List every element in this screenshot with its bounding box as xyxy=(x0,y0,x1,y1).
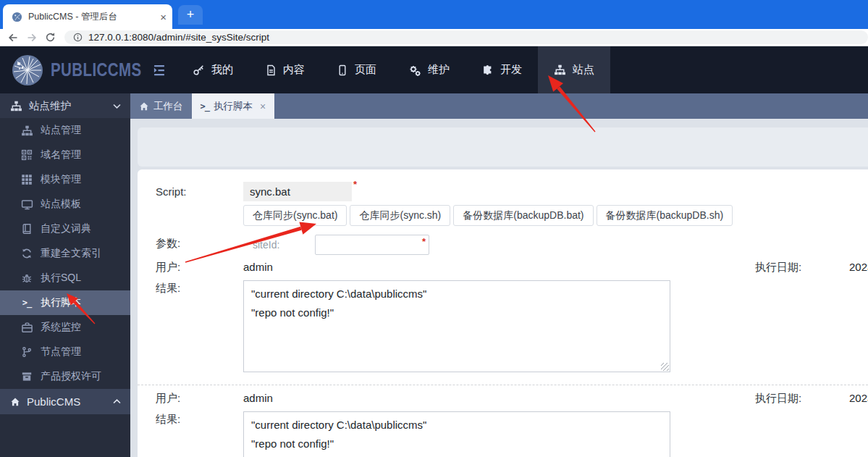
browser-toolbar: 127.0.0.1:8080/admin/#site_sysSite/scrip… xyxy=(0,29,868,46)
sidebar-item-系统监控[interactable]: 系统监控 xyxy=(0,315,130,340)
sidebar-item-label: 域名管理 xyxy=(41,148,81,162)
script-button-2[interactable]: 仓库同步(sync.sh) xyxy=(350,205,450,226)
browser-tabstrip: PublicCMS - 管理后台 × + xyxy=(0,0,868,29)
sidebar-item-label: 产品授权许可 xyxy=(41,370,101,383)
sidebar-item-label: 模块管理 xyxy=(41,173,81,186)
record-divider xyxy=(138,385,868,385)
exec-date-label: 执行日期: xyxy=(755,261,801,274)
refresh-icon xyxy=(20,248,33,259)
exec-date-value: 2023- xyxy=(849,392,868,404)
workspace-tab-执行脚本[interactable]: >_执行脚本× xyxy=(192,93,275,119)
topnav-item-内容[interactable]: 内容 xyxy=(249,46,321,93)
topnav-item-站点[interactable]: 站点 xyxy=(538,46,610,93)
sidebar-item-重建全文索引[interactable]: 重建全文索引 xyxy=(0,241,130,266)
back-icon[interactable] xyxy=(7,32,19,43)
sidebar-footer-label: PublicCMS xyxy=(27,395,80,408)
topnav-item-维护[interactable]: 维护 xyxy=(392,46,465,93)
app-topnav: PUBLICCMS 我的内容页面维护开发站点 xyxy=(0,46,868,93)
brand-wordmark: PUBLICCMS xyxy=(51,59,142,80)
script-shortcut-buttons: 仓库同步(sync.bat)仓库同步(sync.sh)备份数据库(backupD… xyxy=(243,205,733,226)
sidebar-item-产品授权许可[interactable]: 产品授权许可 xyxy=(0,364,130,389)
sidebar-section-label: 站点维护 xyxy=(29,99,71,113)
sidebar-section-publiccms[interactable]: PublicCMS xyxy=(0,389,130,414)
user-label: 用户: xyxy=(156,392,180,406)
sidebar-item-站点模板[interactable]: 站点模板 xyxy=(0,192,130,217)
home-icon xyxy=(139,101,149,112)
publiccms-logo-icon xyxy=(12,54,43,86)
sidebar-item-label: 系统监控 xyxy=(41,321,81,334)
sidebar-item-执行SQL[interactable]: 执行SQL xyxy=(0,266,130,290)
topnav-item-label: 我的 xyxy=(211,63,233,77)
sidebar-item-站点管理[interactable]: 站点管理 xyxy=(0,118,130,143)
exec-date-label: 执行日期: xyxy=(755,392,801,406)
brand: PUBLICCMS xyxy=(0,46,142,93)
puzzle-icon xyxy=(481,64,494,76)
result-textarea[interactable] xyxy=(243,280,670,372)
forward-icon[interactable] xyxy=(26,32,38,43)
topnav-item-开发[interactable]: 开发 xyxy=(465,46,538,93)
sidebar-item-执行脚本[interactable]: >_执行脚本 xyxy=(0,290,130,315)
workspace-tab-label: 执行脚本 xyxy=(214,100,253,113)
tab-close-icon[interactable]: × xyxy=(260,101,266,112)
sitemap-icon xyxy=(10,100,22,112)
browser-tab-title: PublicCMS - 管理后台 xyxy=(28,11,154,23)
browser-tab[interactable]: PublicCMS - 管理后台 × xyxy=(3,4,172,29)
workspace-tab-label: 工作台 xyxy=(153,100,183,113)
topnav-item-label: 维护 xyxy=(428,63,450,77)
script-required-mark: * xyxy=(353,179,357,190)
textarea-resize-grip[interactable] xyxy=(661,363,669,371)
sidebar-item-label: 执行脚本 xyxy=(41,296,81,309)
sitemap-icon xyxy=(554,64,566,76)
sidebar-item-label: 执行SQL xyxy=(41,272,81,285)
qrcode-icon xyxy=(20,149,33,161)
sitemap-icon xyxy=(20,125,33,137)
tablet-icon xyxy=(337,64,348,76)
sidebar-section-site-maintenance[interactable]: 站点维护 xyxy=(0,93,130,118)
sidebar-item-自定义词典[interactable]: 自定义词典 xyxy=(0,217,130,241)
sidebar-item-label: 重建全文索引 xyxy=(41,247,101,260)
topnav-item-label: 内容 xyxy=(283,63,305,77)
exec-date-value: 2023- xyxy=(849,261,868,273)
siteid-input[interactable] xyxy=(315,235,429,255)
params-label: 参数: xyxy=(156,237,180,251)
sidebar-item-域名管理[interactable]: 域名管理 xyxy=(0,143,130,167)
script-label: Script: xyxy=(156,185,187,198)
workspace-tab-工作台[interactable]: 工作台 xyxy=(130,93,192,119)
branch-icon xyxy=(20,346,33,358)
result-textarea[interactable] xyxy=(243,411,670,457)
home-icon xyxy=(10,397,20,407)
siteid-label: siteId: xyxy=(253,239,279,251)
sidebar: 站点维护 站点管理域名管理模块管理站点模板自定义词典重建全文索引执行SQL>_执… xyxy=(0,93,130,457)
info-icon[interactable] xyxy=(73,33,83,42)
archive-icon xyxy=(20,371,33,382)
sidebar-item-节点管理[interactable]: 节点管理 xyxy=(0,340,130,364)
result-label: 结果: xyxy=(156,413,180,427)
sidebar-item-label: 节点管理 xyxy=(41,345,81,359)
sidebar-item-模块管理[interactable]: 模块管理 xyxy=(0,167,130,192)
user-value: admin xyxy=(243,392,273,404)
topnav-menu: 我的内容页面维护开发站点 xyxy=(177,46,610,93)
user-label: 用户: xyxy=(156,261,180,274)
address-bar[interactable]: 127.0.0.1:8080/admin/#site_sysSite/scrip… xyxy=(64,30,868,44)
reload-icon[interactable] xyxy=(45,32,56,43)
sidebar-item-label: 站点管理 xyxy=(41,124,81,137)
user-value: admin xyxy=(243,261,273,273)
url-text[interactable]: 127.0.0.1:8080/admin/#site_sysSite/scrip… xyxy=(88,32,269,43)
sidebar-toggle-icon[interactable] xyxy=(142,46,177,93)
script-button-4[interactable]: 备份数据库(backupDB.sh) xyxy=(597,205,733,226)
topnav-item-label: 开发 xyxy=(500,63,522,77)
favicon xyxy=(12,12,22,22)
chevron-down-icon xyxy=(112,101,122,111)
script-input[interactable] xyxy=(243,182,352,201)
grid-icon xyxy=(20,174,33,185)
toolbar-panel xyxy=(138,127,868,167)
desktop-icon xyxy=(20,198,33,211)
script-button-1[interactable]: 仓库同步(sync.bat) xyxy=(243,205,347,226)
script-button-3[interactable]: 备份数据库(backupDB.bat) xyxy=(453,205,593,226)
terminal-icon: >_ xyxy=(20,298,33,308)
tab-close-icon[interactable]: × xyxy=(160,12,167,22)
siteid-required-mark: * xyxy=(422,236,426,247)
topnav-item-页面[interactable]: 页面 xyxy=(321,46,392,93)
topnav-item-我的[interactable]: 我的 xyxy=(177,46,249,93)
new-tab-button[interactable]: + xyxy=(178,5,203,25)
